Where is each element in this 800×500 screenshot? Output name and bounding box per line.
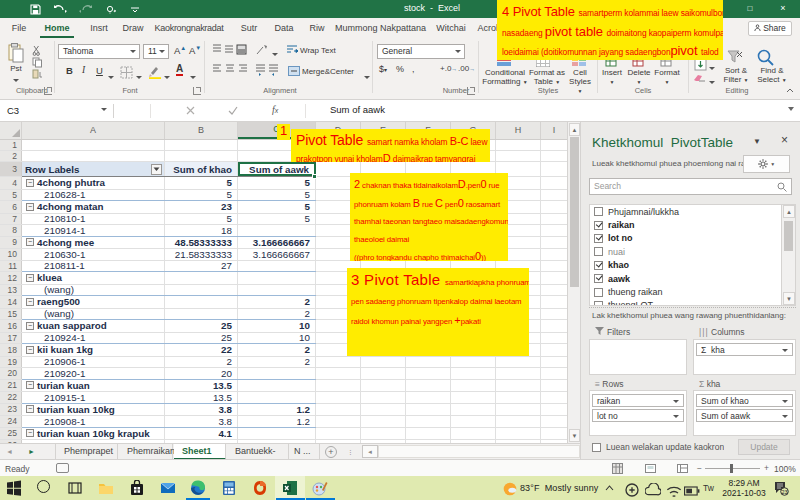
svg-text:23: 23 [781,489,787,495]
